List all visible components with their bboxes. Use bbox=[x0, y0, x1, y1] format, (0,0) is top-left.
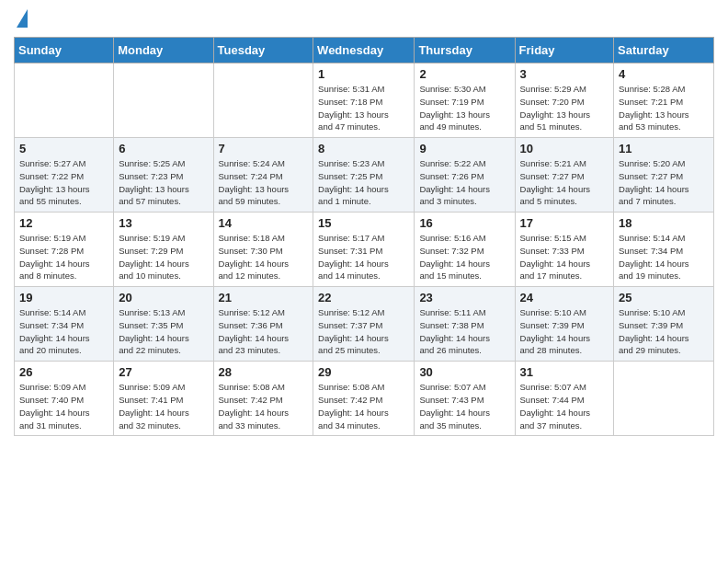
calendar-dow-friday: Friday bbox=[515, 38, 614, 63]
calendar-cell: 16Sunrise: 5:16 AM Sunset: 7:32 PM Dayli… bbox=[415, 213, 515, 287]
day-info: Sunrise: 5:09 AM Sunset: 7:41 PM Dayligh… bbox=[119, 381, 208, 431]
day-info: Sunrise: 5:12 AM Sunset: 7:36 PM Dayligh… bbox=[219, 306, 309, 357]
day-info: Sunrise: 5:17 AM Sunset: 7:31 PM Dayligh… bbox=[318, 232, 409, 282]
calendar-cell: 26Sunrise: 5:09 AM Sunset: 7:40 PM Dayli… bbox=[15, 362, 114, 436]
day-info: Sunrise: 5:14 AM Sunset: 7:34 PM Dayligh… bbox=[19, 306, 108, 357]
calendar-cell: 18Sunrise: 5:14 AM Sunset: 7:34 PM Dayli… bbox=[614, 213, 714, 287]
day-number: 12 bbox=[19, 216, 108, 230]
day-number: 7 bbox=[219, 142, 309, 155]
calendar-cell: 27Sunrise: 5:09 AM Sunset: 7:41 PM Dayli… bbox=[114, 362, 213, 436]
day-number: 22 bbox=[318, 291, 409, 304]
calendar-header-row: SundayMondayTuesdayWednesdayThursdayFrid… bbox=[15, 38, 714, 63]
calendar-cell: 14Sunrise: 5:18 AM Sunset: 7:30 PM Dayli… bbox=[213, 213, 313, 287]
day-number: 18 bbox=[619, 216, 709, 230]
calendar-cell: 8Sunrise: 5:23 AM Sunset: 7:25 PM Daylig… bbox=[313, 138, 415, 213]
calendar-cell: 12Sunrise: 5:19 AM Sunset: 7:28 PM Dayli… bbox=[15, 213, 114, 287]
day-info: Sunrise: 5:24 AM Sunset: 7:24 PM Dayligh… bbox=[219, 157, 309, 208]
calendar-table: SundayMondayTuesdayWednesdayThursdayFrid… bbox=[14, 37, 714, 436]
day-info: Sunrise: 5:30 AM Sunset: 7:19 PM Dayligh… bbox=[419, 83, 509, 133]
calendar-cell: 11Sunrise: 5:20 AM Sunset: 7:27 PM Dayli… bbox=[614, 138, 714, 213]
calendar-cell: 20Sunrise: 5:13 AM Sunset: 7:35 PM Dayli… bbox=[114, 287, 213, 362]
day-number: 23 bbox=[419, 291, 509, 304]
day-info: Sunrise: 5:08 AM Sunset: 7:42 PM Dayligh… bbox=[318, 381, 409, 431]
calendar-cell: 3Sunrise: 5:29 AM Sunset: 7:20 PM Daylig… bbox=[515, 63, 614, 138]
calendar-cell: 10Sunrise: 5:21 AM Sunset: 7:27 PM Dayli… bbox=[515, 138, 614, 213]
day-number: 24 bbox=[520, 291, 609, 304]
day-number: 27 bbox=[119, 365, 208, 379]
logo-triangle-icon bbox=[17, 9, 28, 28]
day-info: Sunrise: 5:08 AM Sunset: 7:42 PM Dayligh… bbox=[219, 381, 309, 431]
day-info: Sunrise: 5:10 AM Sunset: 7:39 PM Dayligh… bbox=[619, 306, 709, 357]
day-info: Sunrise: 5:11 AM Sunset: 7:38 PM Dayligh… bbox=[419, 306, 509, 357]
calendar-cell: 7Sunrise: 5:24 AM Sunset: 7:24 PM Daylig… bbox=[213, 138, 313, 213]
day-info: Sunrise: 5:07 AM Sunset: 7:43 PM Dayligh… bbox=[419, 381, 509, 431]
day-number: 29 bbox=[318, 365, 409, 379]
day-info: Sunrise: 5:27 AM Sunset: 7:22 PM Dayligh… bbox=[19, 157, 108, 208]
day-number: 1 bbox=[318, 67, 409, 81]
day-info: Sunrise: 5:23 AM Sunset: 7:25 PM Dayligh… bbox=[318, 157, 409, 208]
calendar-cell: 30Sunrise: 5:07 AM Sunset: 7:43 PM Dayli… bbox=[415, 362, 515, 436]
day-info: Sunrise: 5:09 AM Sunset: 7:40 PM Dayligh… bbox=[19, 381, 108, 431]
calendar-cell: 31Sunrise: 5:07 AM Sunset: 7:44 PM Dayli… bbox=[515, 362, 614, 436]
calendar-week-row: 12Sunrise: 5:19 AM Sunset: 7:28 PM Dayli… bbox=[15, 213, 714, 287]
calendar-dow-thursday: Thursday bbox=[415, 38, 515, 63]
calendar-week-row: 5Sunrise: 5:27 AM Sunset: 7:22 PM Daylig… bbox=[15, 138, 714, 213]
calendar-cell: 17Sunrise: 5:15 AM Sunset: 7:33 PM Dayli… bbox=[515, 213, 614, 287]
calendar-cell: 13Sunrise: 5:19 AM Sunset: 7:29 PM Dayli… bbox=[114, 213, 213, 287]
header bbox=[14, 9, 714, 29]
day-info: Sunrise: 5:16 AM Sunset: 7:32 PM Dayligh… bbox=[419, 232, 509, 282]
day-number: 4 bbox=[619, 67, 709, 81]
calendar-cell: 22Sunrise: 5:12 AM Sunset: 7:37 PM Dayli… bbox=[313, 287, 415, 362]
day-number: 8 bbox=[318, 142, 409, 155]
calendar-cell: 24Sunrise: 5:10 AM Sunset: 7:39 PM Dayli… bbox=[515, 287, 614, 362]
calendar-dow-monday: Monday bbox=[114, 38, 213, 63]
day-info: Sunrise: 5:19 AM Sunset: 7:28 PM Dayligh… bbox=[19, 232, 108, 282]
day-number: 14 bbox=[219, 216, 309, 230]
day-info: Sunrise: 5:22 AM Sunset: 7:26 PM Dayligh… bbox=[419, 157, 509, 208]
calendar-week-row: 19Sunrise: 5:14 AM Sunset: 7:34 PM Dayli… bbox=[15, 287, 714, 362]
day-number: 20 bbox=[119, 291, 208, 304]
calendar-cell: 4Sunrise: 5:28 AM Sunset: 7:21 PM Daylig… bbox=[614, 63, 714, 138]
day-info: Sunrise: 5:15 AM Sunset: 7:33 PM Dayligh… bbox=[520, 232, 609, 282]
calendar-week-row: 26Sunrise: 5:09 AM Sunset: 7:40 PM Dayli… bbox=[15, 362, 714, 436]
calendar-cell: 21Sunrise: 5:12 AM Sunset: 7:36 PM Dayli… bbox=[213, 287, 313, 362]
day-number: 26 bbox=[19, 365, 108, 379]
day-number: 31 bbox=[520, 365, 609, 379]
day-info: Sunrise: 5:19 AM Sunset: 7:29 PM Dayligh… bbox=[119, 232, 208, 282]
day-number: 11 bbox=[619, 142, 709, 155]
day-info: Sunrise: 5:20 AM Sunset: 7:27 PM Dayligh… bbox=[619, 157, 709, 208]
day-number: 28 bbox=[219, 365, 309, 379]
day-number: 30 bbox=[419, 365, 509, 379]
day-info: Sunrise: 5:21 AM Sunset: 7:27 PM Dayligh… bbox=[520, 157, 609, 208]
day-info: Sunrise: 5:12 AM Sunset: 7:37 PM Dayligh… bbox=[318, 306, 409, 357]
day-info: Sunrise: 5:13 AM Sunset: 7:35 PM Dayligh… bbox=[119, 306, 208, 357]
day-info: Sunrise: 5:07 AM Sunset: 7:44 PM Dayligh… bbox=[520, 381, 609, 431]
day-number: 2 bbox=[419, 67, 509, 81]
day-number: 3 bbox=[520, 67, 609, 81]
day-number: 17 bbox=[520, 216, 609, 230]
page: SundayMondayTuesdayWednesdayThursdayFrid… bbox=[0, 0, 728, 445]
day-info: Sunrise: 5:29 AM Sunset: 7:20 PM Dayligh… bbox=[520, 83, 609, 133]
day-info: Sunrise: 5:31 AM Sunset: 7:18 PM Dayligh… bbox=[318, 83, 409, 133]
calendar-cell: 23Sunrise: 5:11 AM Sunset: 7:38 PM Dayli… bbox=[415, 287, 515, 362]
calendar-cell bbox=[614, 362, 714, 436]
day-number: 13 bbox=[119, 216, 208, 230]
day-info: Sunrise: 5:28 AM Sunset: 7:21 PM Dayligh… bbox=[619, 83, 709, 133]
day-number: 21 bbox=[219, 291, 309, 304]
calendar-cell: 1Sunrise: 5:31 AM Sunset: 7:18 PM Daylig… bbox=[313, 63, 415, 138]
calendar-cell: 28Sunrise: 5:08 AM Sunset: 7:42 PM Dayli… bbox=[213, 362, 313, 436]
calendar-cell: 19Sunrise: 5:14 AM Sunset: 7:34 PM Dayli… bbox=[15, 287, 114, 362]
calendar-cell: 9Sunrise: 5:22 AM Sunset: 7:26 PM Daylig… bbox=[415, 138, 515, 213]
calendar-cell bbox=[114, 63, 213, 138]
calendar-week-row: 1Sunrise: 5:31 AM Sunset: 7:18 PM Daylig… bbox=[15, 63, 714, 138]
day-info: Sunrise: 5:25 AM Sunset: 7:23 PM Dayligh… bbox=[119, 157, 208, 208]
calendar-cell: 5Sunrise: 5:27 AM Sunset: 7:22 PM Daylig… bbox=[15, 138, 114, 213]
day-number: 15 bbox=[318, 216, 409, 230]
day-number: 19 bbox=[19, 291, 108, 304]
day-number: 5 bbox=[19, 142, 108, 155]
day-info: Sunrise: 5:18 AM Sunset: 7:30 PM Dayligh… bbox=[219, 232, 309, 282]
logo bbox=[14, 9, 28, 29]
day-number: 25 bbox=[619, 291, 709, 304]
calendar-dow-saturday: Saturday bbox=[614, 38, 714, 63]
calendar-cell: 29Sunrise: 5:08 AM Sunset: 7:42 PM Dayli… bbox=[313, 362, 415, 436]
